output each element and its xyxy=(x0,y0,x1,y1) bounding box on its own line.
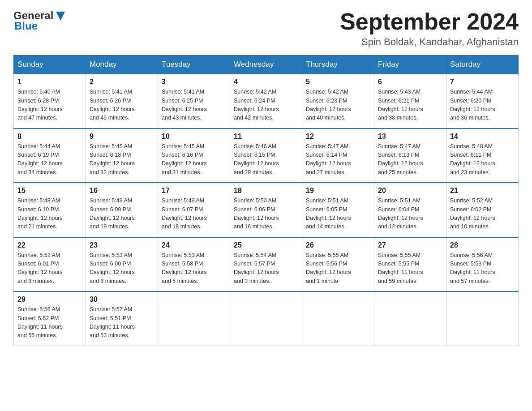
calendar-day-cell: 18Sunrise: 5:50 AMSunset: 6:06 PMDayligh… xyxy=(230,183,302,237)
day-number: 23 xyxy=(90,241,154,249)
day-number: 15 xyxy=(17,187,82,195)
calendar-week-row: 22Sunrise: 5:52 AMSunset: 6:01 PMDayligh… xyxy=(14,237,519,292)
month-title: September 2024 xyxy=(340,9,519,34)
day-number: 2 xyxy=(90,78,154,86)
calendar-day-cell: 5Sunrise: 5:42 AMSunset: 6:23 PMDaylight… xyxy=(302,74,374,128)
day-number: 24 xyxy=(162,241,226,249)
day-number: 12 xyxy=(306,133,370,141)
calendar-week-row: 8Sunrise: 5:44 AMSunset: 6:19 PMDaylight… xyxy=(14,128,519,183)
svg-marker-0 xyxy=(56,12,65,21)
day-number: 7 xyxy=(450,78,515,86)
day-info: Sunrise: 5:57 AMSunset: 5:51 PMDaylight:… xyxy=(90,305,154,340)
calendar-day-cell: 9Sunrise: 5:45 AMSunset: 6:18 PMDaylight… xyxy=(86,128,158,183)
calendar-week-row: 1Sunrise: 5:40 AMSunset: 6:28 PMDaylight… xyxy=(14,74,519,128)
calendar-day-cell: 6Sunrise: 5:43 AMSunset: 6:21 PMDaylight… xyxy=(374,74,446,128)
day-info: Sunrise: 5:42 AMSunset: 6:24 PMDaylight:… xyxy=(234,88,298,123)
day-info: Sunrise: 5:56 AMSunset: 5:53 PMDaylight:… xyxy=(450,251,515,286)
weekday-header-thursday: Thursday xyxy=(302,56,374,74)
calendar-day-cell: 7Sunrise: 5:44 AMSunset: 6:20 PMDaylight… xyxy=(446,74,519,128)
weekday-header-sunday: Sunday xyxy=(14,56,86,74)
day-info: Sunrise: 5:51 AMSunset: 6:04 PMDaylight:… xyxy=(378,197,442,231)
calendar-week-row: 29Sunrise: 5:56 AMSunset: 5:52 PMDayligh… xyxy=(14,291,519,346)
calendar-day-cell: 25Sunrise: 5:54 AMSunset: 5:57 PMDayligh… xyxy=(230,237,302,292)
day-number: 9 xyxy=(90,133,154,141)
weekday-header-monday: Monday xyxy=(86,56,158,74)
calendar-table: SundayMondayTuesdayWednesdayThursdayFrid… xyxy=(13,55,519,346)
day-info: Sunrise: 5:47 AMSunset: 6:13 PMDaylight:… xyxy=(378,142,442,177)
weekday-header-row: SundayMondayTuesdayWednesdayThursdayFrid… xyxy=(14,56,519,74)
day-number: 19 xyxy=(306,187,370,195)
calendar-day-cell: 24Sunrise: 5:53 AMSunset: 5:58 PMDayligh… xyxy=(158,237,230,292)
day-number: 20 xyxy=(378,187,442,195)
day-number: 6 xyxy=(378,78,442,86)
calendar-day-cell: 28Sunrise: 5:56 AMSunset: 5:53 PMDayligh… xyxy=(446,237,519,292)
day-number: 26 xyxy=(306,241,370,249)
day-info: Sunrise: 5:43 AMSunset: 6:21 PMDaylight:… xyxy=(378,88,442,123)
calendar-day-cell xyxy=(374,291,446,346)
day-info: Sunrise: 5:44 AMSunset: 6:19 PMDaylight:… xyxy=(17,142,82,177)
day-number: 25 xyxy=(234,241,298,249)
calendar-day-cell: 8Sunrise: 5:44 AMSunset: 6:19 PMDaylight… xyxy=(14,128,86,183)
day-info: Sunrise: 5:41 AMSunset: 6:26 PMDaylight:… xyxy=(90,88,154,123)
calendar-day-cell: 23Sunrise: 5:53 AMSunset: 6:00 PMDayligh… xyxy=(86,237,158,292)
calendar-day-cell: 27Sunrise: 5:55 AMSunset: 5:55 PMDayligh… xyxy=(374,237,446,292)
day-number: 21 xyxy=(450,187,515,195)
day-info: Sunrise: 5:46 AMSunset: 6:15 PMDaylight:… xyxy=(234,142,298,177)
logo: General Blue xyxy=(13,9,67,32)
day-number: 3 xyxy=(162,78,226,86)
day-info: Sunrise: 5:45 AMSunset: 6:16 PMDaylight:… xyxy=(162,142,226,177)
day-info: Sunrise: 5:54 AMSunset: 5:57 PMDaylight:… xyxy=(234,251,298,286)
calendar-day-cell: 3Sunrise: 5:41 AMSunset: 6:25 PMDaylight… xyxy=(158,74,230,128)
day-info: Sunrise: 5:51 AMSunset: 6:05 PMDaylight:… xyxy=(306,197,370,231)
calendar-day-cell: 12Sunrise: 5:47 AMSunset: 6:14 PMDayligh… xyxy=(302,128,374,183)
day-number: 5 xyxy=(306,78,370,86)
day-info: Sunrise: 5:53 AMSunset: 5:58 PMDaylight:… xyxy=(162,251,226,286)
calendar-day-cell xyxy=(230,291,302,346)
day-info: Sunrise: 5:45 AMSunset: 6:18 PMDaylight:… xyxy=(90,142,154,177)
day-number: 13 xyxy=(378,133,442,141)
calendar-week-row: 15Sunrise: 5:48 AMSunset: 6:10 PMDayligh… xyxy=(14,183,519,237)
day-info: Sunrise: 5:55 AMSunset: 5:55 PMDaylight:… xyxy=(378,251,442,286)
day-info: Sunrise: 5:40 AMSunset: 6:28 PMDaylight:… xyxy=(17,88,82,123)
day-number: 17 xyxy=(162,187,226,195)
calendar-day-cell: 26Sunrise: 5:55 AMSunset: 5:56 PMDayligh… xyxy=(302,237,374,292)
calendar-day-cell xyxy=(446,291,519,346)
calendar-day-cell: 2Sunrise: 5:41 AMSunset: 6:26 PMDaylight… xyxy=(86,74,158,128)
day-info: Sunrise: 5:48 AMSunset: 6:11 PMDaylight:… xyxy=(450,142,515,177)
day-number: 16 xyxy=(90,187,154,195)
day-info: Sunrise: 5:41 AMSunset: 6:25 PMDaylight:… xyxy=(162,88,226,123)
calendar-day-cell xyxy=(302,291,374,346)
day-info: Sunrise: 5:56 AMSunset: 5:52 PMDaylight:… xyxy=(17,305,82,340)
calendar-day-cell: 20Sunrise: 5:51 AMSunset: 6:04 PMDayligh… xyxy=(374,183,446,237)
day-number: 27 xyxy=(378,241,442,249)
calendar-day-cell: 29Sunrise: 5:56 AMSunset: 5:52 PMDayligh… xyxy=(14,291,86,346)
day-number: 10 xyxy=(162,133,226,141)
day-info: Sunrise: 5:49 AMSunset: 6:09 PMDaylight:… xyxy=(90,197,154,231)
calendar-day-cell: 30Sunrise: 5:57 AMSunset: 5:51 PMDayligh… xyxy=(86,291,158,346)
calendar-day-cell: 11Sunrise: 5:46 AMSunset: 6:15 PMDayligh… xyxy=(230,128,302,183)
day-number: 29 xyxy=(17,295,82,304)
calendar-day-cell: 4Sunrise: 5:42 AMSunset: 6:24 PMDaylight… xyxy=(230,74,302,128)
day-number: 8 xyxy=(17,133,82,141)
calendar-day-cell: 10Sunrise: 5:45 AMSunset: 6:16 PMDayligh… xyxy=(158,128,230,183)
day-info: Sunrise: 5:52 AMSunset: 6:02 PMDaylight:… xyxy=(450,197,515,231)
weekday-header-saturday: Saturday xyxy=(446,56,519,74)
day-info: Sunrise: 5:42 AMSunset: 6:23 PMDaylight:… xyxy=(306,88,370,123)
day-number: 30 xyxy=(90,295,154,304)
day-info: Sunrise: 5:53 AMSunset: 6:00 PMDaylight:… xyxy=(90,251,154,286)
day-number: 1 xyxy=(17,78,82,86)
day-info: Sunrise: 5:44 AMSunset: 6:20 PMDaylight:… xyxy=(450,88,515,123)
day-number: 22 xyxy=(17,241,82,249)
title-area: September 2024 Spin Boldak, Kandahar, Af… xyxy=(340,9,519,48)
day-info: Sunrise: 5:55 AMSunset: 5:56 PMDaylight:… xyxy=(306,251,370,286)
day-info: Sunrise: 5:52 AMSunset: 6:01 PMDaylight:… xyxy=(17,251,82,286)
weekday-header-friday: Friday xyxy=(374,56,446,74)
day-info: Sunrise: 5:50 AMSunset: 6:06 PMDaylight:… xyxy=(234,197,298,231)
day-number: 18 xyxy=(234,187,298,195)
page-header: General Blue September 2024 Spin Boldak,… xyxy=(13,9,519,48)
logo-blue-text: Blue xyxy=(14,20,38,32)
calendar-day-cell: 21Sunrise: 5:52 AMSunset: 6:02 PMDayligh… xyxy=(446,183,519,237)
day-info: Sunrise: 5:48 AMSunset: 6:10 PMDaylight:… xyxy=(17,197,82,231)
weekday-header-wednesday: Wednesday xyxy=(230,56,302,74)
calendar-day-cell: 17Sunrise: 5:49 AMSunset: 6:07 PMDayligh… xyxy=(158,183,230,237)
